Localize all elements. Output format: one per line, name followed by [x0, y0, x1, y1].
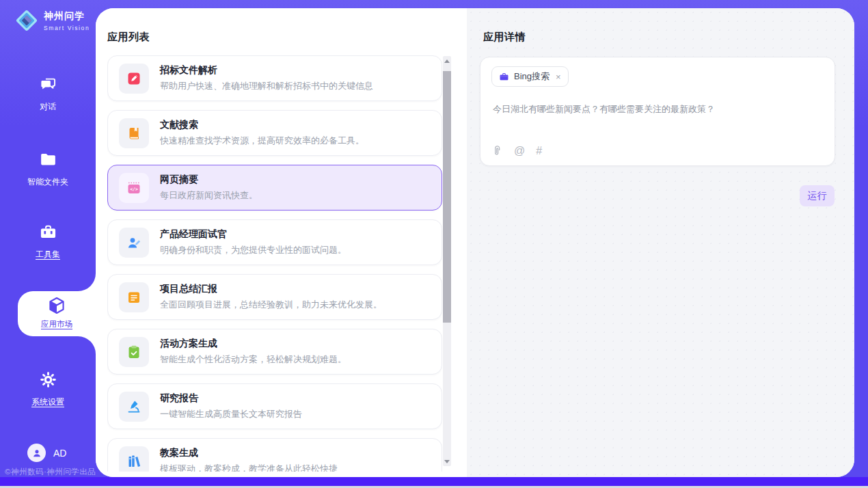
sidebar: 神州问学 Smart Vision 对话 智能文件夹 工具集: [0, 0, 96, 488]
chat-icon: [39, 75, 57, 94]
scroll-up-arrow[interactable]: [443, 56, 451, 66]
tag-close-icon[interactable]: ×: [554, 72, 561, 81]
app-card-event-plan[interactable]: 活动方案生成 智能生成个性化活动方案，轻松解决规划难题。: [107, 329, 442, 375]
app-card-project-summary[interactable]: 项目总结汇报 全面回顾项目进展，总结经验教训，助力未来优化发展。: [107, 274, 442, 320]
paperclip-icon[interactable]: [491, 145, 503, 157]
topic-icon[interactable]: #: [536, 146, 542, 157]
app-card-web-summary[interactable]: </> 网页摘要 每日政府新闻资讯快查。: [107, 165, 442, 211]
app-name: 活动方案生成: [160, 338, 347, 350]
app-desc: 一键智能生成高质量长文本研究报告: [160, 408, 302, 420]
user-account[interactable]: AD: [27, 444, 66, 462]
summary-note-icon: [119, 282, 149, 312]
app-name: 网页摘要: [160, 174, 258, 186]
composer-toolbar: @ #: [491, 145, 542, 157]
prompt-input-card[interactable]: Bing搜索 × 今日湖北有哪些新闻要点？有哪些需要关注的最新政策？ @ #: [480, 57, 835, 166]
app-name: 教案生成: [160, 447, 338, 459]
sidebar-item-label: 对话: [0, 101, 96, 113]
app-card-research-report[interactable]: 研究报告 一键智能生成高质量长文本研究报告: [107, 383, 442, 429]
sidebar-item-toolset[interactable]: 工具集: [0, 223, 96, 260]
app-desc: 智能生成个性化活动方案，轻松解决规划难题。: [160, 353, 347, 366]
app-name: 研究报告: [160, 392, 302, 405]
avatar: [27, 444, 46, 462]
cube-icon: [47, 296, 66, 315]
bottom-accent-bar: [0, 477, 868, 486]
copyright-text: ©神州数码·神州问学出品: [5, 467, 96, 477]
briefcase-icon: [499, 72, 509, 82]
app-desc: 全面回顾项目进展，总结经验教训，助力未来优化发展。: [160, 299, 382, 311]
toolbox-icon: [39, 223, 57, 241]
diamond-logo-icon: [14, 8, 40, 33]
brand-name: 神州问学: [44, 10, 90, 23]
brand-logo: 神州问学 Smart Vision: [14, 8, 90, 33]
app-desc: 帮助用户快速、准确地理解和解析招标书中的关键信息: [160, 80, 373, 92]
brand-subtitle: Smart Vision: [44, 25, 90, 31]
prompt-text-input[interactable]: 今日湖北有哪些新闻要点？有哪些需要关注的最新政策？: [493, 103, 824, 116]
run-button[interactable]: 运行: [800, 185, 835, 206]
folder-icon: [39, 150, 57, 169]
app-name: 产品经理面试官: [160, 228, 347, 241]
svg-text:</>: </>: [130, 187, 138, 192]
scrollbar-thumb[interactable]: [443, 71, 451, 323]
tool-tag-bing-search[interactable]: Bing搜索 ×: [491, 66, 569, 87]
gear-icon: [39, 370, 57, 389]
sidebar-item-settings[interactable]: 系统设置: [0, 370, 96, 408]
user-initials: AD: [53, 448, 66, 459]
app-list: 招标文件解析 帮助用户快速、准确地理解和解析招标书中的关键信息 文献搜索 快速精…: [107, 55, 442, 472]
app-list-title: 应用列表: [107, 31, 150, 44]
tool-tag-label: Bing搜索: [514, 70, 550, 83]
literature-book-icon: [119, 118, 149, 148]
scroll-down-arrow[interactable]: [443, 457, 451, 466]
sidebar-item-label: 智能文件夹: [0, 176, 96, 188]
app-card-lesson-plan[interactable]: 教案生成 模板驱动，教案秒成，教学准备从此轻松快捷: [107, 438, 442, 472]
app-name: 项目总结汇报: [160, 283, 382, 295]
app-name: 招标文件解析: [160, 64, 373, 77]
app-card-pm-interviewer[interactable]: 产品经理面试官 明确身份和职责，为您提供专业性的面试问题。: [107, 219, 442, 265]
app-detail-pane: 应用详情 Bing搜索 × 今日湖北有哪些新闻要点？有哪些需要关注的最新政策？ …: [467, 8, 854, 477]
web-code-icon: </>: [119, 173, 149, 203]
app-detail-title: 应用详情: [483, 31, 526, 44]
sidebar-item-label: 应用市场: [18, 319, 96, 329]
app-list-pane: 应用列表 招标文件解析 帮助用户快速、准确地理解和解析招标书中的关键信息 文献搜…: [96, 8, 467, 477]
app-card-literature-search[interactable]: 文献搜索 快速精准查找学术资源，提高研究效率的必备工具。: [107, 110, 442, 156]
app-desc: 每日政府新闻资讯快查。: [160, 189, 258, 202]
books-icon: [119, 446, 149, 472]
person-icon: [31, 448, 42, 459]
active-tab-top-fillet: [77, 272, 96, 291]
interviewer-person-icon: [119, 228, 149, 258]
bid-document-edit-icon: [119, 64, 149, 94]
sidebar-item-chat[interactable]: 对话: [0, 75, 96, 113]
sidebar-item-smart-folder[interactable]: 智能文件夹: [0, 150, 96, 188]
sidebar-item-label: 工具集: [0, 249, 96, 260]
research-icon: [119, 392, 149, 422]
app-desc: 快速精准查找学术资源，提高研究效率的必备工具。: [160, 135, 364, 147]
list-scrollbar[interactable]: [443, 56, 451, 466]
sidebar-item-label: 系统设置: [0, 396, 96, 408]
active-tab-bottom-fillet: [77, 336, 96, 355]
app-card-bid-parse[interactable]: 招标文件解析 帮助用户快速、准确地理解和解析招标书中的关键信息: [107, 55, 442, 101]
main-panel: 应用列表 招标文件解析 帮助用户快速、准确地理解和解析招标书中的关键信息 文献搜…: [96, 8, 854, 477]
app-desc: 明确身份和职责，为您提供专业性的面试问题。: [160, 244, 347, 256]
app-name: 文献搜索: [160, 119, 364, 131]
clipboard-check-icon: [119, 337, 149, 367]
app-desc: 模板驱动，教案秒成，教学准备从此轻松快捷: [160, 463, 338, 472]
sidebar-item-app-market-active[interactable]: 应用市场: [18, 291, 96, 336]
mention-icon[interactable]: @: [514, 146, 525, 157]
